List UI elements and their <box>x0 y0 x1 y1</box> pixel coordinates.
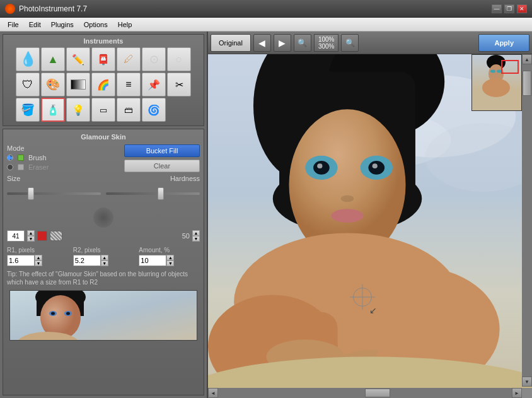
left-panel: Instruments 💧 ▲ ✏️ 📮 🖊 ⊙ ○ 🛡 🎨 🌈 ≡ <box>0 32 208 398</box>
tool-rainbow[interactable]: 🌈 <box>91 73 115 97</box>
hardness-slider[interactable] <box>106 192 200 195</box>
brush-radio[interactable] <box>7 155 13 161</box>
tool-chest[interactable]: 🗃 <box>117 98 141 122</box>
svg-point-40 <box>490 70 495 73</box>
hardness-down-arrow[interactable]: ▼ <box>192 236 200 242</box>
scroll-thumb-horizontal[interactable] <box>365 389 390 397</box>
tool-bucket[interactable]: 🪣 <box>16 98 40 122</box>
thumbnail-overlay <box>471 54 522 111</box>
minimize-button[interactable]: — <box>492 4 502 13</box>
r1-up[interactable]: ▲ <box>35 255 42 260</box>
canvas-area[interactable]: ↙ <box>208 54 532 398</box>
tool-smudge[interactable]: 🖊 <box>117 47 141 71</box>
scroll-right-arrow[interactable]: ► <box>512 388 522 398</box>
menu-file[interactable]: File <box>3 20 24 30</box>
svg-point-7 <box>66 312 70 315</box>
zoom-in-button[interactable]: 🔍 <box>294 34 311 52</box>
scroll-left-arrow[interactable]: ◄ <box>208 388 218 398</box>
horizontal-scrollbar[interactable]: ◄ ► <box>208 388 522 398</box>
tool-pin[interactable]: 📌 <box>142 73 166 97</box>
tool-colorwheel[interactable]: 🎨 <box>41 73 65 97</box>
mode-label: Mode <box>7 144 119 152</box>
svg-point-26 <box>331 209 363 223</box>
original-button[interactable]: Original <box>211 34 251 52</box>
undo-button[interactable]: ◀ <box>253 34 271 52</box>
restore-button[interactable]: ❐ <box>504 4 514 13</box>
tool-eraser[interactable]: ▭ <box>91 98 115 122</box>
tool-bottle[interactable]: 🧴 <box>41 98 65 122</box>
tool-dropper[interactable]: 💧 <box>16 47 40 71</box>
r2-down[interactable]: ▼ <box>101 260 108 266</box>
eraser-radio[interactable] <box>7 164 13 170</box>
tool-circle2[interactable]: ○ <box>167 47 191 71</box>
scroll-corner <box>522 388 532 398</box>
pattern-swatch[interactable] <box>50 231 62 241</box>
apply-button[interactable]: Apply <box>478 34 529 52</box>
zoom-top: 100% <box>318 36 335 43</box>
tool-circle1[interactable]: ⊙ <box>142 47 166 71</box>
r2-input[interactable] <box>73 255 101 266</box>
instruments-panel: Instruments 💧 ▲ ✏️ 📮 🖊 ⊙ ○ 🛡 🎨 🌈 ≡ <box>3 34 204 126</box>
svg-point-24 <box>373 163 378 168</box>
tool-scissors[interactable]: ✂ <box>167 73 191 97</box>
brush-preview <box>7 208 200 228</box>
close-button[interactable]: ✕ <box>517 4 527 13</box>
clear-button[interactable]: Clear <box>124 160 200 172</box>
amount-down[interactable]: ▼ <box>166 260 174 266</box>
svg-point-25 <box>341 195 354 202</box>
zoom-bottom: 300% <box>318 43 335 50</box>
svg-point-23 <box>317 163 322 168</box>
svg-point-6 <box>51 312 55 315</box>
app-icon <box>5 4 15 14</box>
size-controls: 41 ▲ ▼ 50 ▲ ▼ <box>7 230 200 242</box>
bucket-fill-button[interactable]: Bucket Fill <box>124 144 200 157</box>
svg-point-42 <box>482 78 510 97</box>
tool-lines[interactable]: ≡ <box>117 73 141 97</box>
menu-plugins[interactable]: Plugins <box>46 20 79 30</box>
menu-options[interactable]: Options <box>79 20 113 30</box>
title-bar: PhotoInstrument 7.7 — ❐ ✕ <box>0 0 532 18</box>
r2-label: R2, pixels <box>73 247 134 254</box>
size-down-arrow[interactable]: ▼ <box>27 236 35 242</box>
redo-button[interactable]: ▶ <box>274 34 291 52</box>
glamour-skin-panel: Glamour Skin Mode Brush Erase <box>3 129 204 395</box>
instruments-title: Instruments <box>6 37 201 45</box>
main-layout: Instruments 💧 ▲ ✏️ 📮 🖊 ⊙ ○ 🛡 🎨 🌈 ≡ <box>0 32 532 398</box>
hardness-up-arrow[interactable]: ▲ <box>192 230 200 236</box>
tool-bulb[interactable]: 💡 <box>66 98 90 122</box>
menu-edit[interactable]: Edit <box>24 20 46 30</box>
scroll-down-arrow[interactable]: ▼ <box>522 377 532 387</box>
eraser-label: Eraser <box>28 163 49 171</box>
app-title: PhotoInstrument 7.7 <box>19 4 492 13</box>
scroll-thumb-vertical[interactable] <box>523 71 531 96</box>
size-value: 41 <box>7 230 25 242</box>
thumbnail-preview <box>9 290 197 341</box>
r1-input[interactable] <box>7 255 35 266</box>
menu-help[interactable]: Help <box>113 20 137 30</box>
tool-stamp[interactable]: 📮 <box>91 47 115 71</box>
params-row: R1, pixels ▲ ▼ R2, pixels ▲ <box>7 247 200 266</box>
tool-shield[interactable]: 🛡 <box>16 73 40 97</box>
glamour-title: Glamour Skin <box>7 133 200 141</box>
color-swatch-red[interactable] <box>37 231 47 241</box>
amount-input[interactable] <box>139 255 166 266</box>
tip-text: Tip: The effect of "Glamour Skin" based … <box>7 270 200 286</box>
amount-label: Amount, % <box>139 247 200 254</box>
menu-bar: File Edit Plugins Options Help <box>0 18 532 32</box>
r1-label: R1, pixels <box>7 247 68 254</box>
thumbnail-selection-box <box>501 60 519 74</box>
r2-up[interactable]: ▲ <box>101 255 108 260</box>
tool-crop[interactable]: ▲ <box>41 47 65 71</box>
tool-motion[interactable]: 🌀 <box>142 98 166 122</box>
hardness-label: Hardness <box>106 175 200 182</box>
tool-pencil[interactable]: ✏️ <box>66 47 90 71</box>
brush-label: Brush <box>28 154 47 161</box>
zoom-out-button[interactable]: 🔍 <box>341 34 359 52</box>
r1-down[interactable]: ▼ <box>35 260 42 266</box>
amount-up[interactable]: ▲ <box>166 255 174 260</box>
size-slider[interactable] <box>7 192 101 195</box>
size-up-arrow[interactable]: ▲ <box>27 230 35 236</box>
scroll-up-arrow[interactable]: ▲ <box>522 54 532 64</box>
tool-gradient[interactable] <box>66 73 90 97</box>
vertical-scrollbar[interactable]: ▲ ▼ <box>522 54 532 387</box>
